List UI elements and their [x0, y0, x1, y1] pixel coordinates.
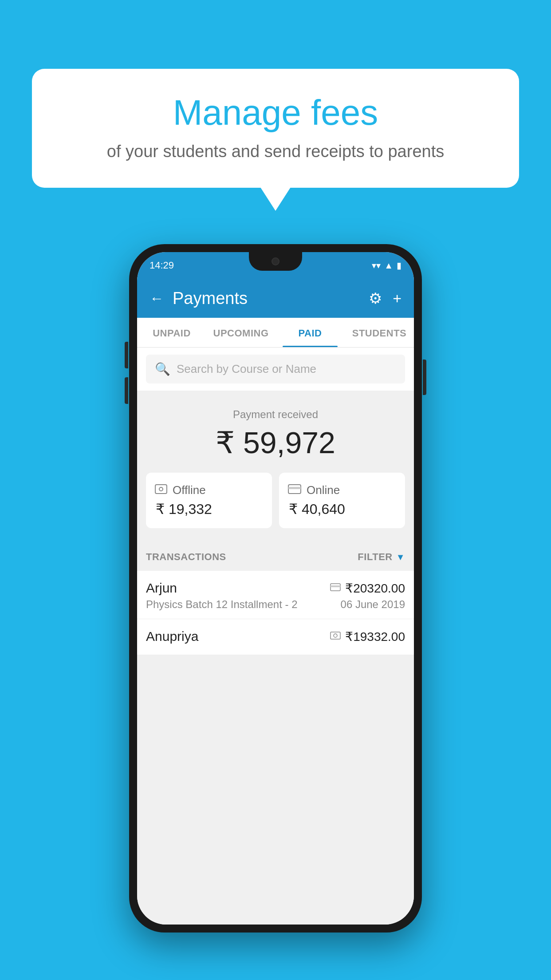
table-row[interactable]: Anupriya ₹19332.00	[137, 619, 414, 655]
tab-unpaid[interactable]: UNPAID	[137, 318, 206, 347]
payment-total-amount: ₹ 59,972	[146, 425, 405, 460]
volume-up-button	[125, 342, 128, 368]
offline-amount: ₹ 19,332	[155, 501, 263, 518]
svg-point-7	[334, 634, 337, 637]
transaction-amount: ₹19332.00	[345, 629, 405, 644]
payment-cards: Offline ₹ 19,332	[146, 473, 405, 528]
search-icon: 🔍	[155, 362, 170, 376]
tab-students[interactable]: STUDENTS	[345, 318, 414, 347]
search-wrapper: 🔍 Search by Course or Name	[137, 348, 414, 391]
back-button[interactable]: ←	[150, 290, 164, 307]
transactions-header: TRANSACTIONS FILTER ▼	[137, 541, 414, 571]
bubble-title: Manage fees	[59, 93, 492, 132]
status-icons: ▾▾ ▲ ▮	[372, 260, 401, 271]
filter-icon: ▼	[396, 552, 405, 562]
transaction-amount-wrapper: ₹19332.00	[330, 629, 405, 644]
table-row[interactable]: Arjun ₹20320.00 Physics	[137, 571, 414, 619]
speech-bubble: Manage fees of your students and send re…	[32, 69, 519, 188]
svg-rect-3	[288, 487, 301, 489]
search-bar[interactable]: 🔍 Search by Course or Name	[146, 355, 405, 383]
power-button	[423, 360, 426, 395]
phone-mockup: 14:29 ▾▾ ▲ ▮ ← Payments ⚙ +	[129, 244, 422, 933]
offline-card-header: Offline	[155, 483, 263, 497]
phone-outer: 14:29 ▾▾ ▲ ▮ ← Payments ⚙ +	[129, 244, 422, 933]
settings-icon[interactable]: ⚙	[369, 289, 382, 307]
transaction-amount-wrapper: ₹20320.00	[330, 581, 405, 596]
offline-icon	[155, 484, 167, 497]
status-time: 14:29	[150, 260, 174, 271]
search-input[interactable]: Search by Course or Name	[177, 362, 316, 376]
tabs-bar: UNPAID UPCOMING PAID STUDENTS	[137, 318, 414, 348]
tab-upcoming[interactable]: UPCOMING	[206, 318, 276, 347]
battery-icon: ▮	[397, 260, 401, 271]
app-header: ← Payments ⚙ +	[137, 279, 414, 318]
offline-card: Offline ₹ 19,332	[146, 473, 272, 528]
payment-received-label: Payment received	[146, 408, 405, 421]
transaction-date: 06 June 2019	[341, 598, 405, 611]
signal-icon: ▲	[384, 261, 393, 271]
content-area: 🔍 Search by Course or Name Payment recei…	[137, 348, 414, 925]
transaction-name: Anupriya	[146, 629, 198, 644]
header-left: ← Payments	[150, 289, 248, 308]
filter-button[interactable]: FILTER ▼	[358, 551, 405, 563]
volume-down-button	[125, 377, 128, 404]
online-card-header: Online	[288, 483, 396, 497]
payment-summary: Payment received ₹ 59,972	[137, 391, 414, 541]
page-title: Payments	[173, 289, 248, 308]
camera	[272, 257, 279, 265]
online-card: Online ₹ 40,640	[279, 473, 405, 528]
transaction-top: Anupriya ₹19332.00	[146, 629, 405, 644]
offline-label: Offline	[173, 483, 206, 497]
wifi-icon: ▾▾	[372, 260, 381, 271]
phone-screen: 14:29 ▾▾ ▲ ▮ ← Payments ⚙ +	[137, 252, 414, 925]
online-amount: ₹ 40,640	[288, 501, 396, 518]
svg-rect-0	[155, 485, 167, 494]
filter-label: FILTER	[358, 551, 392, 563]
transaction-bottom: Physics Batch 12 Installment - 2 06 June…	[146, 598, 405, 611]
transaction-course: Physics Batch 12 Installment - 2	[146, 598, 297, 611]
payment-card-icon	[330, 582, 341, 594]
bubble-subtitle: of your students and send receipts to pa…	[59, 142, 492, 161]
header-right: ⚙ +	[369, 289, 401, 307]
tab-paid[interactable]: PAID	[276, 318, 345, 347]
svg-point-1	[159, 487, 163, 491]
transaction-name: Arjun	[146, 581, 177, 596]
add-button[interactable]: +	[393, 290, 401, 307]
transaction-amount: ₹20320.00	[345, 581, 405, 596]
online-icon	[288, 484, 301, 497]
svg-rect-6	[331, 632, 340, 639]
payment-cash-icon	[330, 631, 341, 642]
transactions-label: TRANSACTIONS	[146, 551, 226, 563]
status-bar: 14:29 ▾▾ ▲ ▮	[137, 252, 414, 279]
phone-notch	[249, 252, 302, 271]
svg-rect-5	[331, 585, 340, 587]
online-label: Online	[307, 483, 340, 497]
transaction-top: Arjun ₹20320.00	[146, 581, 405, 596]
